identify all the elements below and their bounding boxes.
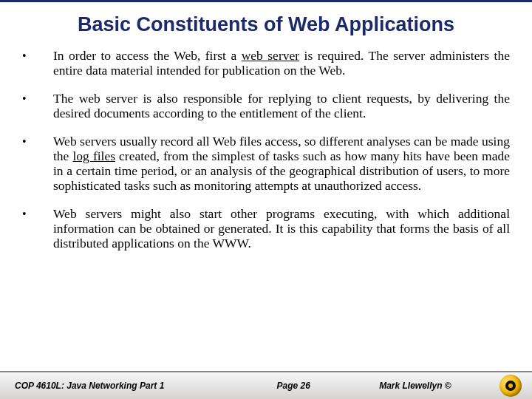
- text-pre: In order to access the Web, first a: [53, 48, 242, 63]
- text-pre: The web server is also responsible for r…: [53, 91, 510, 120]
- footer-author: Mark Llewellyn ©: [349, 381, 481, 391]
- bullet-text: In order to access the Web, first a web …: [53, 48, 510, 78]
- ucf-logo-icon: [499, 375, 522, 397]
- bullet-marker: •: [22, 48, 53, 64]
- slide-title: Basic Constituents of Web Applications: [0, 0, 532, 44]
- text-underlined: log files: [72, 149, 115, 163]
- bullet-text: Web servers usually record all Web files…: [53, 134, 510, 193]
- bullet-item: • Web servers usually record all Web fil…: [22, 134, 510, 193]
- footer-course: COP 4610L: Java Networking Part 1: [15, 381, 238, 391]
- bullet-item: • The web server is also responsible for…: [22, 91, 510, 120]
- bullet-item: • In order to access the Web, first a we…: [22, 48, 510, 78]
- bullet-item: • Web servers might also start other pro…: [22, 206, 510, 250]
- bullet-text: The web server is also responsible for r…: [53, 91, 510, 120]
- slide-body: • In order to access the Web, first a we…: [0, 44, 532, 250]
- bullet-marker: •: [22, 206, 53, 222]
- bullet-marker: •: [22, 134, 53, 149]
- text-post: created, from the simplest of tasks such…: [53, 149, 510, 193]
- bullet-marker: •: [22, 91, 53, 106]
- footer-page: Page 26: [238, 381, 349, 391]
- text-underlined: web server: [242, 48, 299, 63]
- slide-footer: COP 4610L: Java Networking Part 1 Page 2…: [0, 371, 532, 399]
- top-divider: [0, 0, 532, 2]
- bullet-text: Web servers might also start other progr…: [53, 206, 510, 250]
- text-pre: Web servers might also start other progr…: [53, 206, 510, 250]
- footer-logo-wrap: [481, 375, 522, 397]
